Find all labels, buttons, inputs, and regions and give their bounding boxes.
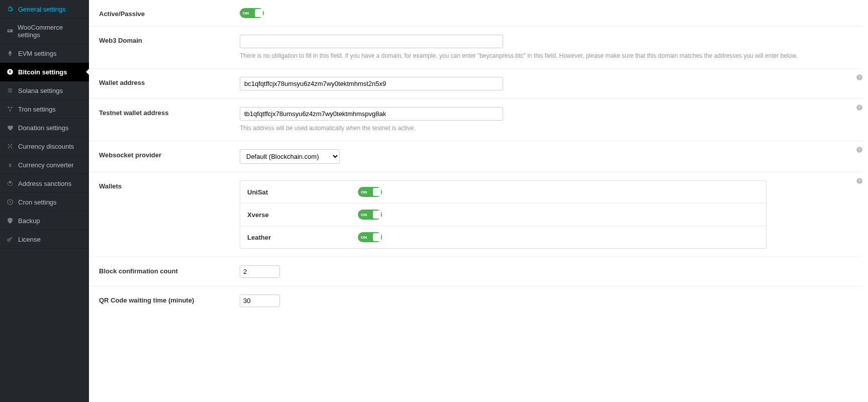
label-wallets: Wallets [99, 180, 240, 190]
shield-icon [6, 217, 14, 225]
wallet-name: UniSat [247, 188, 358, 196]
toggle-active-passive[interactable]: ON [240, 8, 264, 18]
svg-text:?: ? [858, 148, 861, 152]
sidebar-item-label: Bitcoin settings [18, 68, 67, 76]
web3-domain-input[interactable] [240, 35, 503, 48]
toggle-knob [255, 9, 263, 17]
websocket-provider-select[interactable]: Default (Blockchain.com) [240, 149, 340, 164]
sidebar-item-label: Backup [18, 217, 40, 225]
woo-icon [6, 27, 14, 35]
sidebar-item-label: Currency discounts [18, 143, 74, 150]
sidebar-item-address-sanctions[interactable]: Address sanctions [0, 174, 89, 193]
main-content: Active/Passive ON Web3 Domain There is n… [89, 0, 868, 402]
sidebar-item-label: Tron settings [18, 106, 56, 113]
sidebar-item-label: WooCommerce settings [18, 24, 83, 39]
svg-text:B: B [9, 70, 11, 73]
sidebar-item-currency-converter[interactable]: $ Currency converter [0, 156, 89, 174]
toggle-on-label: ON [361, 190, 367, 194]
sidebar-item-cron-settings[interactable]: Cron settings [0, 193, 89, 212]
sidebar-item-label: Currency converter [18, 161, 74, 169]
svg-text:?: ? [858, 179, 861, 183]
svg-point-6 [8, 144, 9, 145]
svg-text:?: ? [858, 106, 861, 110]
tron-icon [6, 105, 14, 113]
label-web3-domain: Web3 Domain [99, 35, 240, 44]
sidebar-item-label: Solana settings [18, 87, 63, 94]
sidebar-item-tron-settings[interactable]: Tron settings [0, 100, 89, 119]
wallet-address-input[interactable] [240, 77, 503, 90]
help-icon[interactable]: ? [856, 146, 863, 155]
sidebar-item-solana-settings[interactable]: Solana settings [0, 81, 89, 100]
solana-icon [6, 86, 14, 94]
label-testnet-wallet-address: Testnet wallet address [99, 107, 240, 117]
toggle-on-label: ON [243, 11, 249, 16]
sidebar-item-woocommerce-settings[interactable]: WooCommerce settings [0, 19, 89, 44]
block-confirmation-input[interactable] [240, 265, 280, 278]
label-qr-waiting: QR Code waiting time (minute) [99, 294, 240, 304]
ethereum-icon [6, 49, 14, 57]
wallet-row: UniSat ON [240, 181, 766, 204]
label-wallet-address: Wallet address [99, 77, 240, 86]
sidebar-item-label: Address sanctions [18, 180, 71, 187]
hand-icon [6, 124, 14, 132]
sidebar-item-donation-settings[interactable]: Donation settings [0, 119, 89, 137]
row-wallet-address: ? Wallet address [89, 69, 863, 99]
testnet-wallet-address-input[interactable] [240, 107, 503, 121]
gear-icon [6, 5, 14, 13]
qr-waiting-input[interactable] [240, 294, 280, 307]
dollar-icon: $ [6, 161, 14, 169]
sidebar-item-evm-settings[interactable]: EVM settings [0, 44, 89, 63]
percent-icon [6, 142, 14, 150]
toggle-unisat[interactable]: ON [358, 187, 382, 197]
web3-domain-hint: There is no obligation to fill in this f… [240, 51, 853, 60]
wallets-box: UniSat ON Xverse ON Leather [240, 180, 766, 249]
sidebar-item-label: General settings [18, 6, 66, 13]
help-icon[interactable]: ? [856, 177, 863, 186]
wallet-row: Xverse ON [240, 204, 766, 226]
sidebar: General settings WooCommerce settings EV… [0, 0, 89, 402]
row-wallets: ? Wallets UniSat ON Xverse ON [89, 172, 863, 257]
row-testnet-wallet-address: ? Testnet wallet address This address wi… [89, 99, 863, 141]
sidebar-item-label: Cron settings [18, 198, 57, 206]
clock-icon [6, 198, 14, 206]
wallet-name: Leather [247, 234, 358, 241]
row-web3-domain: Web3 Domain There is no obligation to fi… [89, 27, 863, 69]
sidebar-item-bitcoin-settings[interactable]: B Bitcoin settings [0, 63, 89, 81]
label-active-passive: Active/Passive [99, 8, 240, 18]
label-block-confirmation: Block confirmation count [99, 265, 240, 275]
svg-point-11 [8, 239, 10, 241]
row-active-passive: Active/Passive ON [89, 0, 863, 27]
toggle-on-label: ON [361, 235, 367, 240]
sidebar-item-backup[interactable]: Backup [0, 212, 89, 230]
toggle-knob [373, 233, 381, 241]
sidebar-item-license[interactable]: License [0, 230, 89, 249]
key-icon [6, 235, 14, 243]
testnet-hint: This address will be used automatically … [240, 124, 853, 133]
toggle-knob [373, 188, 381, 196]
badge-icon [6, 179, 14, 187]
row-websocket-provider: ? Websocket provider Default (Blockchain… [89, 141, 863, 172]
row-block-confirmation: Block confirmation count [89, 257, 863, 286]
svg-text:$: $ [9, 163, 12, 168]
help-icon[interactable]: ? [856, 74, 863, 82]
help-icon[interactable]: ? [856, 104, 863, 113]
sidebar-item-general-settings[interactable]: General settings [0, 0, 89, 19]
toggle-knob [373, 211, 381, 219]
sidebar-item-label: License [18, 236, 41, 243]
label-websocket-provider: Websocket provider [99, 149, 240, 159]
toggle-on-label: ON [361, 213, 367, 217]
toggle-leather[interactable]: ON [358, 232, 382, 242]
row-qr-waiting: QR Code waiting time (minute) [89, 286, 863, 315]
sidebar-item-label: Donation settings [18, 124, 68, 132]
sidebar-item-currency-discounts[interactable]: Currency discounts [0, 137, 89, 156]
wallet-row: Leather ON [240, 226, 766, 248]
svg-text:?: ? [858, 75, 861, 80]
bitcoin-icon: B [6, 68, 14, 76]
toggle-xverse[interactable]: ON [358, 210, 382, 220]
wallet-name: Xverse [247, 211, 358, 219]
svg-point-7 [11, 147, 12, 148]
sidebar-item-label: EVM settings [18, 50, 57, 57]
